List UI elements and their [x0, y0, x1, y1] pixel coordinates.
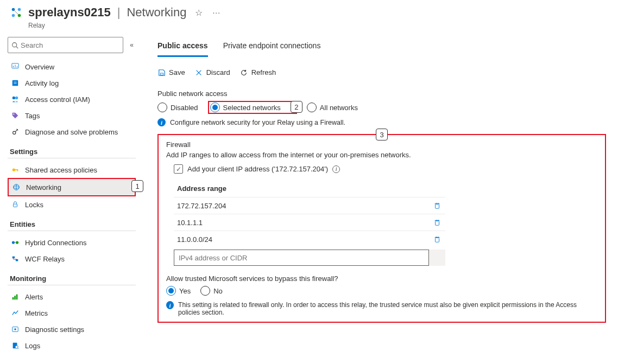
- trusted-info: i This setting is related to firewall on…: [166, 301, 597, 316]
- address-value[interactable]: 172.72.157.204: [177, 202, 432, 210]
- metrics-icon: [11, 309, 20, 317]
- svg-rect-27: [16, 259, 18, 261]
- sidebar-item-label: Diagnose and solve problems: [25, 128, 118, 136]
- address-input[interactable]: [174, 250, 429, 266]
- sidebar-item-label: Access control (IAM): [25, 95, 90, 104]
- svg-point-1: [18, 8, 21, 11]
- sidebar-item-label: Overview: [25, 63, 54, 71]
- page-header: sprelayns0215 | Networking ☆ ···: [0, 0, 618, 22]
- sidebar-item-label: Tags: [25, 112, 40, 120]
- radio-icon: [307, 103, 317, 112]
- sidebar-item-hybrid[interactable]: Hybrid Connections: [8, 234, 136, 251]
- sidebar-item-iam[interactable]: Access control (IAM): [8, 91, 136, 107]
- hybrid-icon: [11, 238, 20, 247]
- callout-1: 1: [131, 180, 143, 192]
- address-row: 10.1.1.1: [174, 214, 445, 231]
- divider: [8, 158, 136, 158]
- address-range-header: Address range: [174, 180, 445, 197]
- callout-2: 2: [291, 101, 302, 113]
- svg-rect-28: [12, 297, 14, 299]
- svg-rect-47: [436, 238, 439, 242]
- refresh-icon: [240, 68, 248, 76]
- sidebar-item-label: Activity log: [25, 79, 59, 87]
- tab-bar: Public access Private endpoint connectio…: [157, 37, 606, 58]
- sidebar-item-label: Metrics: [25, 309, 48, 317]
- delete-row-icon[interactable]: [432, 218, 442, 227]
- wcf-icon: [11, 254, 20, 263]
- sidebar-search[interactable]: [8, 37, 123, 53]
- radio-no[interactable]: No: [200, 286, 223, 296]
- input-spacer: [429, 250, 445, 266]
- sidebar-item-logs[interactable]: Logs: [8, 337, 136, 354]
- radio-disabled[interactable]: Disabled: [157, 103, 198, 112]
- address-row: 172.72.157.204: [174, 197, 445, 214]
- svg-point-14: [15, 97, 18, 99]
- sidebar-item-activity-log[interactable]: Activity log: [8, 75, 136, 91]
- radio-icon: [210, 103, 220, 112]
- tags-icon: [11, 111, 20, 120]
- tab-public-access[interactable]: Public access: [157, 37, 208, 57]
- save-button[interactable]: Save: [157, 68, 185, 76]
- discard-label: Discard: [206, 68, 230, 76]
- sidebar-item-metrics[interactable]: Metrics: [8, 305, 136, 321]
- sidebar-section-monitoring: Monitoring: [10, 274, 136, 283]
- radio-selected-networks[interactable]: Selected networks 2: [208, 101, 297, 114]
- delete-row-icon[interactable]: [432, 201, 442, 210]
- info-icon: i: [157, 118, 166, 126]
- svg-rect-23: [14, 204, 17, 207]
- address-value[interactable]: 11.0.0.0/24: [177, 235, 432, 244]
- sidebar-item-wcf[interactable]: WCF Relays: [8, 251, 136, 267]
- save-icon: [157, 68, 166, 76]
- activity-log-icon: [11, 79, 20, 87]
- sidebar-item-diagnose[interactable]: Diagnose and solve problems: [8, 124, 136, 140]
- info-text: Configure network security for your Rela…: [170, 119, 345, 126]
- sidebar-item-label: Shared access policies: [25, 166, 97, 174]
- address-value[interactable]: 10.1.1.1: [177, 219, 432, 227]
- sidebar-item-diagnostic-settings[interactable]: Diagnostic settings: [8, 321, 136, 337]
- radio-label: All networks: [320, 104, 358, 112]
- trusted-info-text: This setting is related to firewall only…: [178, 301, 597, 316]
- radio-label: Disabled: [171, 104, 198, 112]
- radio-label: Selected networks: [223, 104, 281, 112]
- sidebar-item-label: Locks: [25, 201, 43, 209]
- sidebar-item-locks[interactable]: Locks: [8, 196, 136, 213]
- divider: [8, 231, 136, 231]
- sidebar-item-networking[interactable]: Networking: [8, 178, 136, 196]
- search-icon: [11, 42, 18, 49]
- sidebar-item-label: Hybrid Connections: [25, 239, 86, 247]
- radio-yes[interactable]: Yes: [166, 286, 191, 296]
- radio-all-networks[interactable]: All networks: [307, 103, 358, 112]
- refresh-button[interactable]: Refresh: [240, 68, 276, 76]
- svg-point-15: [13, 113, 14, 114]
- info-icon: i: [166, 301, 174, 309]
- svg-line-35: [17, 348, 18, 349]
- public-access-label: Public network access: [157, 90, 606, 98]
- overview-icon: [11, 62, 20, 71]
- svg-line-5: [16, 46, 18, 48]
- sidebar-item-alerts[interactable]: Alerts: [8, 289, 136, 305]
- trusted-radios: Yes No: [166, 286, 597, 296]
- info-tooltip-icon[interactable]: i: [332, 165, 340, 173]
- svg-rect-26: [12, 257, 15, 259]
- collapse-sidebar-icon[interactable]: «: [128, 39, 136, 51]
- delete-row-icon[interactable]: [432, 234, 442, 244]
- address-range-table: Address range 172.72.157.204 10.1.1.1 11…: [174, 180, 445, 266]
- lock-icon: [11, 200, 20, 209]
- key-icon: [11, 165, 20, 174]
- title-separator: |: [117, 5, 121, 20]
- svg-point-32: [14, 328, 16, 330]
- sidebar-item-tags[interactable]: Tags: [8, 107, 136, 124]
- iam-icon: [11, 95, 20, 104]
- more-actions-icon[interactable]: ···: [212, 8, 220, 17]
- svg-rect-43: [436, 221, 439, 225]
- search-input[interactable]: [21, 41, 119, 49]
- tab-private-endpoints[interactable]: Private endpoint connections: [223, 37, 321, 57]
- discard-button[interactable]: Discard: [195, 68, 230, 76]
- svg-rect-36: [160, 73, 163, 75]
- favorite-star-icon[interactable]: ☆: [195, 8, 203, 18]
- sidebar-item-overview[interactable]: Overview: [8, 59, 136, 75]
- sidebar-item-shared-access[interactable]: Shared access policies: [8, 162, 136, 178]
- add-client-ip-checkbox[interactable]: [174, 164, 183, 174]
- refresh-label: Refresh: [251, 68, 276, 76]
- radio-icon: [166, 286, 176, 296]
